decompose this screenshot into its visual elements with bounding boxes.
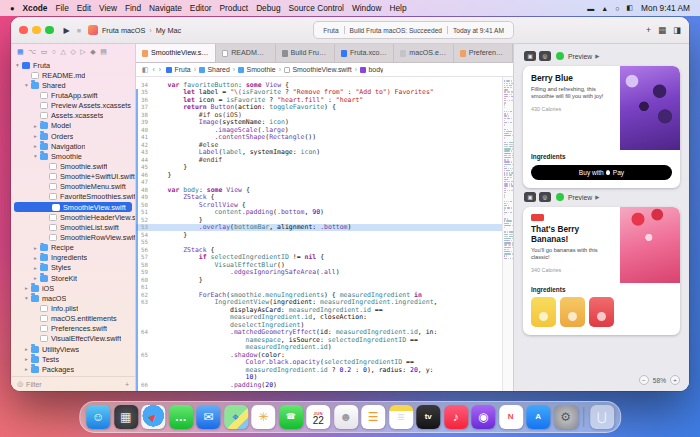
menu-xcode[interactable]: Xcode xyxy=(23,3,48,13)
tree-item-styles[interactable]: ▸Styles xyxy=(11,263,135,273)
menu-view[interactable]: View xyxy=(99,3,117,13)
close-button[interactable] xyxy=(19,26,28,35)
wifi-icon[interactable]: ▲ xyxy=(601,5,608,12)
live-preview-button[interactable] xyxy=(556,52,564,60)
menu-file[interactable]: File xyxy=(55,3,68,13)
run-destination[interactable]: My Mac xyxy=(156,26,182,35)
dock-launchpad[interactable]: ▦ xyxy=(114,405,138,429)
forward-icon[interactable]: › xyxy=(159,66,161,74)
dock-facetime[interactable]: ☎ xyxy=(279,405,303,429)
tree-item-ingredients[interactable]: ▸Ingredients xyxy=(11,253,135,263)
tree-item-frutaapp-swift[interactable]: FrutaApp.swift xyxy=(11,90,135,100)
disclosure-icon[interactable]: ▸ xyxy=(23,366,30,372)
inspector-toggle-icon[interactable]: ◨ xyxy=(673,25,681,35)
dock-music[interactable]: ♪ xyxy=(444,405,468,429)
battery-icon[interactable]: ▬ xyxy=(587,5,594,12)
back-icon[interactable]: ‹ xyxy=(153,66,155,74)
papaya-chip[interactable] xyxy=(560,297,585,327)
bookmark-navigator-icon[interactable]: ▭ xyxy=(41,48,48,56)
tree-item-utilityviews[interactable]: ▸UtilityViews xyxy=(11,344,135,354)
tree-item-readme-md[interactable]: README.md xyxy=(11,70,135,80)
preview-device-icon[interactable]: ▣ xyxy=(524,51,536,61)
filter-bar[interactable]: ◎ Filter + xyxy=(11,376,135,391)
related-items-icon[interactable]: ◧ xyxy=(142,66,149,74)
breadcrumb-item-smoothie[interactable]: Smoothie xyxy=(238,66,276,73)
tree-item-smoothie-swiftui-swift[interactable]: Smoothie+SwiftUI.swift xyxy=(11,172,135,182)
control-center-icon[interactable]: ◧ xyxy=(626,4,633,12)
code-line[interactable]: 46} xyxy=(136,171,502,179)
report-navigator-icon[interactable]: ▤ xyxy=(100,48,107,56)
disclosure-icon[interactable]: ▸ xyxy=(23,356,30,362)
tab-readme-md[interactable]: README.md xyxy=(216,44,275,62)
dock-system-preferences[interactable]: ⚙ xyxy=(554,405,578,429)
tree-item-smoothie[interactable]: ▾Smoothie xyxy=(11,151,135,161)
minimize-button[interactable] xyxy=(32,26,41,35)
menu-navigate[interactable]: Navigate xyxy=(149,3,182,13)
dock-podcasts[interactable]: ◉ xyxy=(471,405,495,429)
tree-item-smoothiemenu-swift[interactable]: SmoothieMenu.swift xyxy=(11,182,135,192)
tree-item-smoothielist-swift[interactable]: SmoothieList.swift xyxy=(11,222,135,232)
menu-edit[interactable]: Edit xyxy=(77,3,91,13)
disclosure-icon[interactable]: ▸ xyxy=(32,275,39,281)
disclosure-icon[interactable]: ▾ xyxy=(23,82,30,88)
disclosure-icon[interactable]: ▸ xyxy=(32,133,39,139)
dock-messages[interactable]: … xyxy=(169,405,193,429)
test-navigator-icon[interactable]: ◇ xyxy=(70,48,75,56)
tree-item-macos[interactable]: ▾macOS xyxy=(11,293,135,303)
tree-item-model[interactable]: ▸Model xyxy=(11,121,135,131)
apple-pay-button[interactable]: Buy with Pay xyxy=(531,165,672,180)
tree-item-ios[interactable]: ▸iOS xyxy=(11,283,135,293)
preview-play-icon[interactable]: ▶ xyxy=(595,53,599,59)
tree-item-tests[interactable]: ▸Tests xyxy=(11,354,135,364)
dock-safari[interactable]: ▲ xyxy=(141,405,165,429)
tab-build-fruta-macos-log[interactable]: Build Fruta macOS - Log xyxy=(276,44,335,62)
tree-item-navigation[interactable]: ▸Navigation xyxy=(11,141,135,151)
preview-variants-icon[interactable]: ◎ xyxy=(539,192,551,202)
library-icon[interactable]: ▦ xyxy=(658,25,666,35)
menu-help[interactable]: Help xyxy=(389,3,406,13)
tree-item-smoothieview-swift[interactable]: SmoothieView.swift xyxy=(14,202,132,212)
code-line[interactable]: 44#endif xyxy=(136,156,502,164)
breakpoint-navigator-icon[interactable]: ◆ xyxy=(90,48,95,56)
disclosure-icon[interactable]: ▸ xyxy=(23,346,30,352)
tab-smoothieview-swift[interactable]: SmoothieView.swift xyxy=(136,44,216,62)
tree-item-recipe[interactable]: ▸Recipe xyxy=(11,243,135,253)
preview-device-icon[interactable]: ▣ xyxy=(524,192,536,202)
breadcrumb-item-body[interactable]: body xyxy=(360,66,383,73)
debug-navigator-icon[interactable]: ▷ xyxy=(80,48,85,56)
tree-item-info-plist[interactable]: Info.plist xyxy=(11,303,135,313)
filter-input[interactable]: Filter xyxy=(26,381,122,388)
dock-contacts[interactable]: ☻ xyxy=(334,405,358,429)
disclosure-icon[interactable]: ▾ xyxy=(23,295,30,301)
preview-variants-icon[interactable]: ◎ xyxy=(539,51,551,61)
code-line[interactable]: 54} xyxy=(136,231,502,239)
source-control-navigator-icon[interactable]: ⌥ xyxy=(28,48,36,56)
dock-finder[interactable]: ☺ xyxy=(86,405,110,429)
tree-item-preview-assets-xcassets[interactable]: Preview Assets.xcassets xyxy=(11,101,135,111)
disclosure-icon[interactable]: ▾ xyxy=(32,153,39,159)
run-button[interactable]: ▶ xyxy=(64,26,70,35)
disclosure-icon[interactable]: ▾ xyxy=(14,62,21,68)
breadcrumb-item-shared[interactable]: Shared xyxy=(199,66,230,73)
zoom-out-button[interactable]: − xyxy=(639,375,649,385)
disclosure-icon[interactable]: ▸ xyxy=(32,143,39,149)
dock-calendar[interactable]: JUN22 xyxy=(306,405,330,429)
tree-item-fruta[interactable]: ▾Fruta xyxy=(11,60,135,70)
scheme-selector[interactable]: Fruta macOS › My Mac xyxy=(88,25,181,35)
tree-item-favoritesmoothies-swift[interactable]: FavoriteSmoothies.swift xyxy=(11,192,135,202)
tree-item-smoothierowview-swift[interactable]: SmoothieRowView.swift xyxy=(11,232,135,242)
tree-item-storekit[interactable]: ▸StoreKit xyxy=(11,273,135,283)
tree-item-shared[interactable]: ▾Shared xyxy=(11,80,135,90)
apple-menu-icon[interactable]: ● xyxy=(10,4,15,13)
dock-mail[interactable]: ✉ xyxy=(196,405,220,429)
dock-maps[interactable]: ⌖ xyxy=(224,405,248,429)
tree-item-smoothie-swift[interactable]: Smoothie.swift xyxy=(11,161,135,171)
menu-editor[interactable]: Editor xyxy=(190,3,212,13)
menu-source-control[interactable]: Source Control xyxy=(289,3,344,13)
tree-item-macos-entitlements[interactable]: macOS.entitlements xyxy=(11,314,135,324)
tab-macos-entitlements[interactable]: macOS.entitlements xyxy=(394,44,453,62)
breadcrumb-item-smoothieview-swift[interactable]: SmoothieView.swift xyxy=(284,66,352,73)
tree-item-preferences-swift[interactable]: Preferences.swift xyxy=(11,324,135,334)
zoom-in-button[interactable]: + xyxy=(670,375,680,385)
tree-item-smoothieheaderview-swift[interactable]: SmoothieHeaderView.swift xyxy=(11,212,135,222)
